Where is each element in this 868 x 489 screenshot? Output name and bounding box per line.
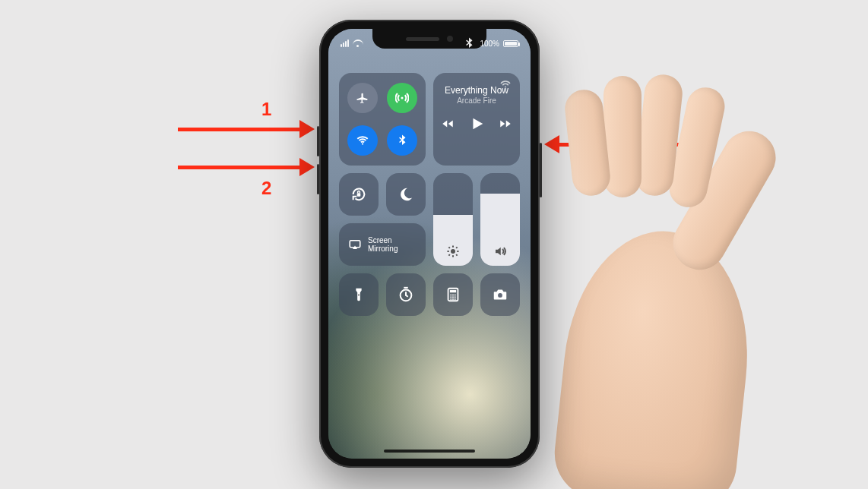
side-power-button[interactable] (540, 143, 542, 197)
svg-point-1 (362, 143, 363, 144)
cellular-data-toggle[interactable] (387, 83, 417, 113)
arrow-shaft (559, 143, 681, 147)
arrow-shaft (178, 128, 299, 131)
status-bar: 100% (328, 33, 531, 53)
volume-slider[interactable] (480, 173, 520, 266)
svg-point-16 (455, 296, 456, 298)
battery-icon (503, 40, 518, 47)
brightness-slider[interactable] (433, 173, 473, 266)
svg-point-15 (452, 296, 454, 298)
svg-rect-10 (450, 290, 456, 292)
annotation-arrow-volume-down: 2 (178, 158, 315, 176)
rewind-icon[interactable] (441, 117, 455, 131)
annotation-number-1: 1 (261, 99, 271, 120)
annotation-arrow-volume-up: 1 (178, 120, 315, 138)
moon-icon (398, 186, 414, 203)
airplane-mode-toggle[interactable] (347, 83, 378, 113)
brightness-icon (433, 244, 473, 258)
orientation-lock-toggle[interactable] (339, 173, 379, 216)
svg-rect-3 (357, 193, 361, 197)
bluetooth-icon (395, 134, 409, 147)
svg-rect-7 (358, 294, 360, 296)
svg-marker-5 (353, 246, 357, 250)
phone-screen: 100% (328, 29, 531, 459)
svg-point-20 (498, 293, 502, 298)
arrow-shaft (178, 166, 299, 169)
annotation-number-3: 3 (588, 114, 597, 135)
calculator-button[interactable] (433, 273, 473, 316)
display-notch (372, 29, 486, 49)
volume-down-button[interactable] (317, 164, 319, 194)
cellular-signal-icon (341, 39, 349, 47)
svg-point-17 (450, 298, 451, 300)
timer-button[interactable] (386, 273, 426, 316)
media-title: Everything Now (445, 85, 508, 96)
flashlight-button[interactable] (339, 273, 379, 316)
svg-point-14 (450, 296, 451, 298)
svg-point-11 (450, 295, 451, 296)
annotation-number-2: 2 (261, 178, 271, 199)
svg-point-19 (455, 298, 456, 300)
arrow-head-left-icon (544, 135, 559, 153)
home-indicator[interactable] (384, 450, 475, 453)
svg-point-12 (452, 295, 454, 296)
media-playback-platter[interactable]: Everything Now Arcade Fire (433, 73, 520, 166)
bluetooth-status-icon (462, 36, 476, 50)
media-artist: Arcade Fire (457, 96, 496, 105)
screen-mirroring-icon (348, 238, 362, 251)
bluetooth-toggle[interactable] (387, 125, 417, 156)
screen-mirroring-label: Screen Mirroring (368, 236, 398, 253)
wifi-toggle[interactable] (347, 125, 378, 156)
control-center: Everything Now Arcade Fire Scre (339, 73, 520, 316)
volume-icon (480, 244, 520, 258)
play-icon[interactable] (468, 115, 485, 132)
wifi-status-icon (353, 39, 363, 47)
svg-rect-9 (448, 289, 458, 301)
do-not-disturb-toggle[interactable] (386, 173, 426, 216)
calculator-icon (445, 286, 461, 303)
iphone-device: 100% (319, 20, 540, 468)
camera-button[interactable] (480, 273, 520, 316)
timer-icon (398, 286, 414, 303)
battery-percent-text: 100% (480, 39, 499, 48)
svg-point-2 (505, 87, 506, 88)
svg-point-8 (401, 290, 412, 301)
fast-forward-icon[interactable] (499, 117, 512, 131)
flashlight-icon (350, 286, 367, 303)
cellular-icon (395, 91, 409, 105)
camera-icon (492, 286, 508, 303)
wifi-icon (356, 134, 369, 147)
volume-up-button[interactable] (317, 126, 319, 156)
arrow-head-right-icon (299, 158, 315, 176)
airplay-icon[interactable] (499, 79, 512, 96)
annotation-arrow-side-button: 3 (544, 135, 681, 153)
svg-point-13 (455, 295, 456, 296)
arrow-head-right-icon (299, 120, 315, 138)
connectivity-platter[interactable] (339, 73, 426, 166)
screen-mirroring-button[interactable]: Screen Mirroring (339, 223, 426, 266)
svg-point-6 (451, 249, 455, 254)
svg-point-18 (452, 298, 454, 300)
airplane-icon (356, 91, 369, 105)
orientation-lock-icon (350, 186, 367, 203)
svg-rect-4 (350, 241, 360, 248)
svg-point-0 (401, 97, 404, 99)
